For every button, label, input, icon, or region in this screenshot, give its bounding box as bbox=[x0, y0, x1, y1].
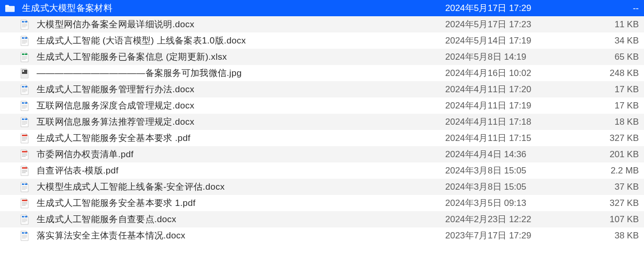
file-name: 市委网信办权责清单.pdf bbox=[37, 148, 440, 160]
file-size: 18 KB bbox=[576, 117, 639, 127]
svg-rect-8 bbox=[22, 40, 27, 40]
svg-rect-70 bbox=[22, 236, 27, 236]
svg-rect-31 bbox=[22, 107, 27, 107]
file-size: 327 KB bbox=[576, 133, 639, 144]
svg-rect-44 bbox=[22, 154, 27, 154]
svg-text:W: W bbox=[24, 20, 26, 23]
file-row[interactable]: W互联网信息服务深度合成管理规定.docx2024年4月11日 17:1917 … bbox=[0, 97, 644, 114]
svg-rect-53 bbox=[22, 186, 27, 187]
svg-rect-23 bbox=[22, 89, 27, 89]
file-name: 互联网信息服务深度合成管理规定.docx bbox=[37, 100, 440, 112]
file-row[interactable]: W大模型生成式人工智能上线备案-安全评估.docx2024年3月8日 15:05… bbox=[0, 179, 644, 195]
file-row[interactable]: 生成式人工智能服务安全基本要求 1.pdf2024年3月5日 09:13327 … bbox=[0, 195, 644, 211]
svg-rect-64 bbox=[22, 220, 27, 220]
file-name: 生成式人工智能服务自查要点.docx bbox=[37, 213, 440, 225]
svg-text:W: W bbox=[24, 183, 26, 185]
file-name: 生成式人工智能服务安全基本要求 .pdf bbox=[37, 132, 440, 144]
svg-rect-37 bbox=[22, 123, 27, 124]
file-date: 2024年4月11日 17:18 bbox=[440, 116, 576, 128]
file-row[interactable]: W生成式人工智能 (大语言模型) 上线备案表1.0版.docx2024年5月14… bbox=[0, 32, 644, 49]
file-name: 生成式人工智能 (大语言模型) 上线备案表1.0版.docx bbox=[37, 35, 440, 47]
file-row[interactable]: 市委网信办权责清单.pdf2024年4月4日 14:36201 KB bbox=[0, 146, 644, 162]
file-name: 生成式人工智能服务已备案信息 (定期更新).xlsx bbox=[37, 51, 440, 63]
file-date: 2024年4月11日 17:19 bbox=[440, 100, 576, 112]
svg-rect-60 bbox=[22, 205, 26, 205]
docx-file-icon: W bbox=[19, 100, 30, 112]
svg-rect-3 bbox=[22, 25, 27, 25]
jpg-file-icon bbox=[19, 68, 30, 79]
file-row[interactable]: W落实算法安全主体责任基本情况.docx2023年7月17日 17:2938 K… bbox=[0, 227, 644, 244]
file-name: 生成式人工智能服务安全基本要求 1.pdf bbox=[37, 197, 440, 209]
svg-rect-69 bbox=[22, 235, 27, 235]
file-name: ————————————备案服务可加我微信.jpg bbox=[37, 67, 440, 79]
file-row[interactable]: W生成式人工智能服务管理暂行办法.docx2024年4月11日 17:2017 … bbox=[0, 81, 644, 97]
svg-rect-30 bbox=[22, 106, 27, 106]
docx-file-icon: W bbox=[19, 181, 30, 193]
file-name: 生成式大模型备案材料 bbox=[22, 2, 440, 14]
svg-rect-59 bbox=[22, 203, 27, 204]
file-size: 17 KB bbox=[576, 101, 639, 111]
file-date: 2024年4月11日 17:20 bbox=[440, 83, 576, 95]
file-size: 327 KB bbox=[576, 198, 639, 209]
file-name: 落实算法安全主体责任基本情况.docx bbox=[37, 230, 440, 242]
svg-rect-5 bbox=[22, 27, 26, 27]
svg-rect-4 bbox=[22, 26, 27, 26]
svg-rect-43 bbox=[22, 151, 27, 152]
file-size: 65 KB bbox=[576, 52, 639, 62]
file-date: 2024年5月14日 17:19 bbox=[440, 35, 576, 47]
svg-rect-39 bbox=[22, 135, 27, 136]
docx-file-icon: W bbox=[19, 214, 30, 225]
svg-text:X: X bbox=[24, 53, 25, 55]
file-row[interactable]: 生成式人工智能服务安全基本要求 .pdf2024年4月11日 17:15327 … bbox=[0, 130, 644, 146]
docx-file-icon: W bbox=[19, 84, 30, 95]
file-size: 2.2 MB bbox=[576, 166, 639, 176]
file-size: 11 KB bbox=[576, 19, 639, 30]
file-date: 2024年4月16日 10:02 bbox=[440, 67, 576, 79]
file-row[interactable]: X生成式人工智能服务已备案信息 (定期更新).xlsx2024年5月8日 14:… bbox=[0, 49, 644, 65]
svg-rect-58 bbox=[22, 202, 27, 203]
file-size: -- bbox=[576, 3, 639, 14]
file-name: 互联网信息服务算法推荐管理规定.docx bbox=[37, 116, 440, 128]
pdf-file-icon bbox=[19, 133, 30, 144]
svg-rect-63 bbox=[22, 219, 27, 219]
file-name: 生成式人工智能服务管理暂行办法.docx bbox=[37, 83, 440, 95]
file-date: 2024年3月8日 15:05 bbox=[440, 165, 576, 177]
file-date: 2024年5月17日 17:23 bbox=[440, 18, 576, 30]
svg-rect-72 bbox=[22, 238, 26, 238]
svg-rect-25 bbox=[22, 91, 27, 91]
svg-rect-45 bbox=[22, 155, 27, 155]
svg-rect-2 bbox=[22, 24, 27, 24]
svg-rect-9 bbox=[22, 41, 27, 41]
svg-rect-16 bbox=[22, 58, 27, 59]
svg-text:W: W bbox=[24, 232, 26, 234]
svg-rect-24 bbox=[22, 90, 27, 90]
svg-rect-26 bbox=[22, 92, 26, 92]
svg-rect-17 bbox=[22, 59, 26, 60]
file-row[interactable]: 生成式大模型备案材料2024年5月17日 17:29-- bbox=[0, 0, 644, 16]
svg-rect-71 bbox=[22, 237, 27, 237]
svg-rect-36 bbox=[22, 122, 27, 123]
file-size: 201 KB bbox=[576, 149, 639, 160]
file-date: 2023年7月17日 17:29 bbox=[440, 230, 576, 242]
pdf-file-icon bbox=[19, 165, 30, 177]
file-row[interactable]: 自查评估表-模版.pdf2024年3月8日 15:052.2 MB bbox=[0, 162, 644, 179]
file-date: 2024年4月11日 17:15 bbox=[440, 132, 576, 144]
svg-rect-41 bbox=[22, 138, 27, 139]
file-date: 2024年5月8日 14:19 bbox=[440, 51, 576, 63]
docx-file-icon: W bbox=[19, 35, 30, 47]
svg-rect-47 bbox=[22, 167, 27, 169]
file-row[interactable]: ————————————备案服务可加我微信.jpg2024年4月16日 10:0… bbox=[0, 65, 644, 81]
folder-icon bbox=[4, 3, 16, 14]
svg-rect-48 bbox=[22, 170, 27, 170]
docx-file-icon: W bbox=[19, 116, 30, 128]
docx-file-icon: W bbox=[19, 230, 30, 242]
file-row[interactable]: W生成式人工智能服务自查要点.docx2024年2月23日 12:22107 K… bbox=[0, 211, 644, 227]
svg-rect-29 bbox=[22, 105, 27, 105]
svg-rect-66 bbox=[22, 222, 26, 222]
file-row[interactable]: W大模型网信办备案全网最详细说明.docx2024年5月17日 17:2311 … bbox=[0, 16, 644, 32]
svg-rect-54 bbox=[22, 187, 27, 188]
file-row[interactable]: W互联网信息服务算法推荐管理规定.docx2024年4月11日 17:1818 … bbox=[0, 114, 644, 130]
file-list: 生成式大模型备案材料2024年5月17日 17:29--W大模型网信办备案全网最… bbox=[0, 0, 644, 244]
svg-rect-42 bbox=[22, 140, 26, 140]
file-name: 自查评估表-模版.pdf bbox=[37, 165, 440, 177]
